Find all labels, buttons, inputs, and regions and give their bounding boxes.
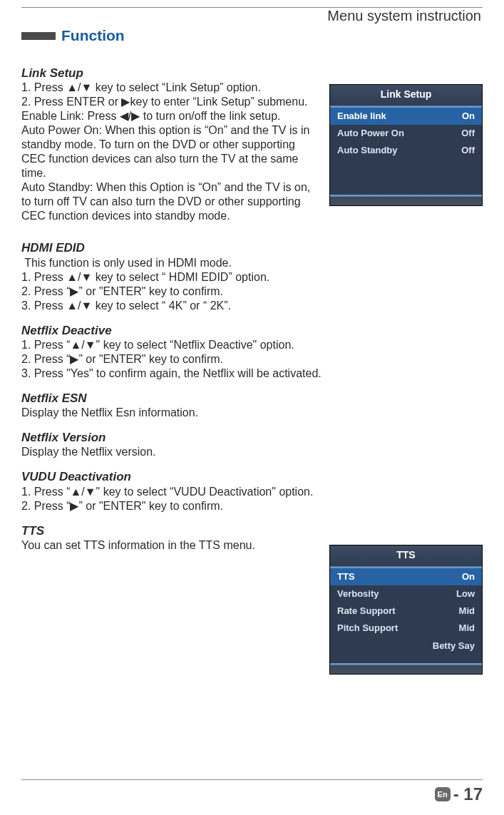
netflix-esn-body: Display the Netflix Esn information.: [21, 406, 483, 420]
netflix-version-body: Display the Netflix version.: [21, 445, 483, 459]
osd-row-label: Verbosity: [337, 588, 379, 600]
osd-row-value: Mid: [459, 605, 475, 617]
osd-tts-row[interactable]: Verbosity Low: [330, 585, 482, 603]
right-icon: ▶: [70, 500, 78, 512]
osd-tts-row[interactable]: Pitch Support Mid: [330, 620, 482, 637]
breadcrumb: Menu system instruction: [21, 8, 483, 24]
osd-tts: TTS TTS On Verbosity Low Rate Support Mi…: [329, 545, 483, 675]
lang-badge: En: [435, 787, 451, 801]
page-number: - 17: [453, 784, 483, 804]
section-title-netflix-esn: Netflix ESN: [21, 391, 483, 406]
osd-row-label: Rate Support: [337, 605, 396, 617]
title-decor: [21, 32, 56, 40]
osd-row-value: On: [462, 571, 475, 583]
osd-tts-row-footer: Betty Say: [330, 637, 482, 655]
updown-icon: ▲/▼: [66, 271, 92, 283]
osd-row-value: Betty Say: [433, 640, 475, 652]
vudu-body: 1. Press “▲/▼" key to select “VUDU Deact…: [21, 485, 392, 513]
osd-link-row[interactable]: Auto Standby Off: [330, 142, 482, 159]
right-icon: ▶: [121, 96, 130, 108]
osd-link-row[interactable]: Enable link On: [330, 108, 482, 125]
osd-link-title: Link Setup: [330, 85, 482, 106]
osd-row-label: Auto Power On: [337, 128, 404, 139]
osd-tts-row[interactable]: Rate Support Mid: [330, 603, 482, 620]
osd-link-setup: Link Setup Enable link On Auto Power On …: [329, 84, 483, 206]
osd-row-value: Off: [461, 128, 475, 139]
page-title: Function: [61, 27, 125, 44]
osd-row-value: Off: [461, 145, 475, 156]
section-title-tts: TTS: [21, 523, 483, 538]
leftright-icon: ◀/▶: [120, 110, 140, 122]
osd-row-value: On: [462, 111, 475, 122]
updown-icon: ▲/▼: [66, 81, 92, 93]
section-title-netflix-version: Netflix Version: [21, 430, 483, 445]
osd-row-label: Pitch Support: [337, 622, 398, 634]
osd-row-value: Low: [456, 588, 475, 600]
section-title-netflix-deactive: Netflix Deactive: [21, 323, 483, 338]
hdmi-body: This function is only used in HDMI mode.…: [21, 256, 483, 313]
osd-row-label: Auto Standby: [337, 145, 398, 156]
updown-icon: ▲/▼: [70, 339, 96, 351]
updown-icon: ▲/▼: [66, 299, 92, 312]
osd-row-label: TTS: [337, 571, 355, 583]
section-title-link-setup: Link Setup: [21, 66, 483, 81]
osd-tts-title: TTS: [330, 545, 482, 567]
updown-icon: ▲/▼: [70, 486, 96, 498]
right-icon: ▶: [70, 285, 78, 297]
section-title-vudu: VUDU Deactivation: [21, 469, 483, 484]
netflix-deactive-body: 1. Press “▲/▼" key to select “Netflix De…: [21, 338, 483, 381]
link-setup-body: 1. Press ▲/▼ key to select “Link Setup” …: [21, 81, 317, 223]
section-title-hdmi: HDMI EDID: [21, 240, 483, 255]
osd-tts-row[interactable]: TTS On: [330, 568, 482, 585]
osd-link-row[interactable]: Auto Power On Off: [330, 125, 482, 142]
right-icon: ▶: [70, 353, 78, 365]
page-title-row: Function: [21, 27, 483, 44]
page-footer: En - 17: [21, 774, 483, 804]
content-area: Link Setup Enable link On Auto Power On …: [21, 66, 483, 553]
osd-row-label: Enable link: [337, 111, 386, 122]
osd-row-value: Mid: [459, 622, 475, 634]
